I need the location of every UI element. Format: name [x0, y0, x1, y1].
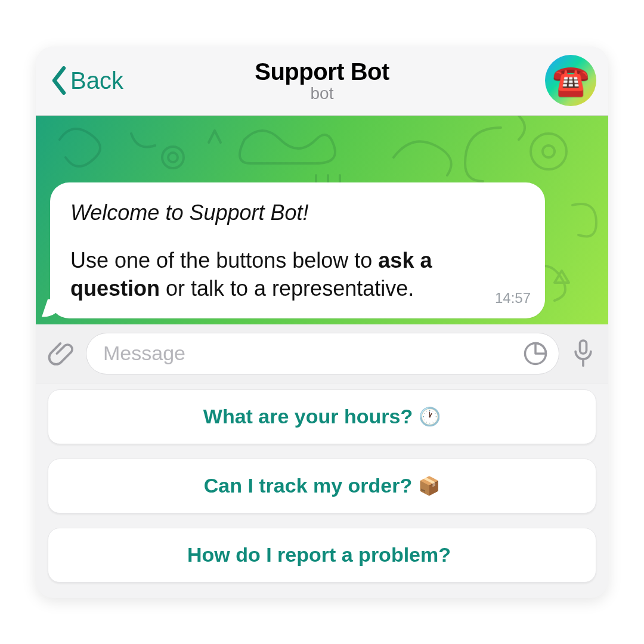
- svg-point-1: [168, 153, 178, 162]
- voice-button[interactable]: [570, 338, 596, 369]
- chat-window: Back Support Bot bot ☎️: [36, 47, 608, 598]
- message-timestamp: 14:57: [495, 290, 531, 306]
- svg-rect-4: [580, 340, 587, 354]
- message-body: Use one of the buttons below to ask a qu…: [70, 247, 525, 303]
- paperclip-icon: [48, 340, 75, 367]
- sticker-icon: [523, 341, 548, 366]
- back-label: Back: [70, 67, 123, 94]
- message-input-container[interactable]: [86, 333, 559, 374]
- message-body-suffix: or talk to a representative.: [160, 276, 414, 301]
- composer-bar: [36, 324, 608, 383]
- messages-area: Welcome to Support Bot! Use one of the b…: [36, 116, 608, 324]
- quick-reply-label: How do I report a problem?: [187, 543, 451, 566]
- phone-icon: ☎️: [552, 66, 589, 95]
- message-body-prefix: Use one of the buttons below to: [70, 248, 378, 273]
- clock-icon: 🕐: [419, 406, 441, 427]
- quick-reply-report-problem[interactable]: How do I report a problem?: [48, 528, 596, 583]
- svg-point-2: [531, 134, 566, 169]
- bot-message-bubble: Welcome to Support Bot! Use one of the b…: [50, 182, 545, 318]
- back-button[interactable]: Back: [36, 66, 123, 95]
- avatar[interactable]: ☎️: [545, 55, 596, 106]
- message-row: Welcome to Support Bot! Use one of the b…: [50, 182, 545, 318]
- attach-button[interactable]: [48, 340, 75, 367]
- quick-reply-label: What are your hours?: [203, 405, 413, 428]
- quick-reply-label: Can I track my order?: [204, 474, 413, 497]
- package-icon: 📦: [418, 475, 440, 496]
- chevron-left-icon: [50, 66, 68, 95]
- quick-reply-hours[interactable]: What are your hours? 🕐: [48, 389, 596, 444]
- quick-reply-track-order[interactable]: Can I track my order? 📦: [48, 459, 596, 513]
- svg-point-0: [162, 147, 184, 168]
- microphone-icon: [570, 338, 596, 369]
- reply-keyboard: What are your hours? 🕐 Can I track my or…: [36, 383, 608, 598]
- chat-header: Back Support Bot bot ☎️: [36, 47, 608, 116]
- sticker-button[interactable]: [523, 341, 548, 366]
- message-welcome-line: Welcome to Support Bot!: [70, 200, 525, 225]
- message-input[interactable]: [103, 342, 516, 365]
